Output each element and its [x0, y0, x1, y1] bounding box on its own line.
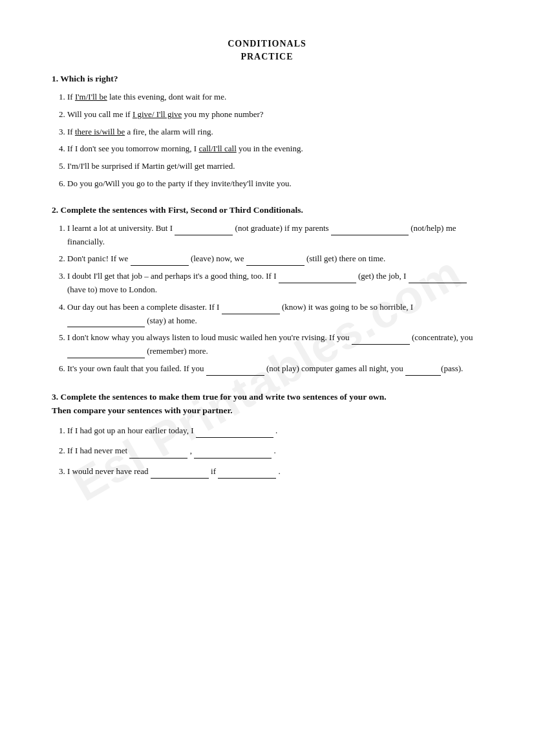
fill-blank[interactable] — [279, 274, 356, 283]
section1-heading: 1. Which is right? — [52, 74, 482, 84]
fill-blank[interactable] — [409, 274, 467, 283]
fill-blank[interactable] — [331, 226, 409, 235]
list-item: If there is/will be a fire, the alarm wi… — [67, 125, 482, 139]
list-item: I would never have read if . — [67, 464, 482, 479]
fill-blank[interactable] — [222, 305, 280, 314]
section3-heading: 3. Complete the sentences to make them t… — [52, 390, 482, 418]
list-item: If I had got up an hour earlier today, I… — [67, 423, 482, 438]
list-item: Will you call me if I give/ I'll give yo… — [67, 108, 482, 122]
fill-blank[interactable] — [246, 257, 304, 266]
fill-blank[interactable] — [206, 367, 264, 376]
underline-text: I give/ I'll give — [133, 109, 182, 119]
fill-blank[interactable] — [151, 470, 209, 479]
list-item: If I don't see you tomorrow morning, I c… — [67, 142, 482, 156]
fill-blank[interactable] — [129, 449, 187, 459]
fill-blank[interactable] — [67, 349, 145, 358]
fill-blank[interactable] — [131, 257, 189, 266]
fill-blank[interactable] — [194, 449, 272, 459]
fill-blank[interactable] — [196, 429, 273, 438]
underline-text: call/I'll call — [198, 144, 236, 153]
list-item: It's your own fault that you failed. If … — [67, 362, 482, 376]
section1-list: If I'm/I'll be late this evening, dont w… — [52, 91, 482, 191]
fill-blank[interactable] — [175, 226, 233, 235]
fill-blank[interactable] — [67, 318, 145, 327]
list-item: I'm/I'll be surprised if Martin get/will… — [67, 160, 482, 173]
fill-blank[interactable] — [352, 336, 410, 345]
underline-text: I'm/I'll be — [75, 92, 107, 102]
fill-blank[interactable] — [405, 367, 441, 376]
list-item: I don't know whay you always listen to l… — [67, 331, 482, 358]
list-item: Our day out has been a complete disaster… — [67, 301, 482, 328]
list-item: I learnt a lot at university. But I (not… — [67, 222, 482, 249]
list-item: If I had never met , . — [67, 443, 482, 458]
page-title: CONDITIONALS — [52, 39, 482, 49]
list-item: If I'm/I'll be late this evening, dont w… — [67, 91, 482, 104]
section2-heading: 2. Complete the sentences with First, Se… — [52, 205, 482, 215]
section3-list: If I had got up an hour earlier today, I… — [52, 423, 482, 479]
fill-blank[interactable] — [218, 470, 276, 479]
list-item: Do you go/Will you go to the party if th… — [67, 177, 482, 191]
list-item: Don't panic! If we (leave) now, we (stil… — [67, 252, 482, 266]
underline-text: there is/will be — [75, 127, 125, 136]
section2-list: I learnt a lot at university. But I (not… — [52, 222, 482, 376]
page-subtitle: PRACTICE — [52, 52, 482, 62]
list-item: I doubt I'll get that job – and perhaps … — [67, 270, 482, 297]
